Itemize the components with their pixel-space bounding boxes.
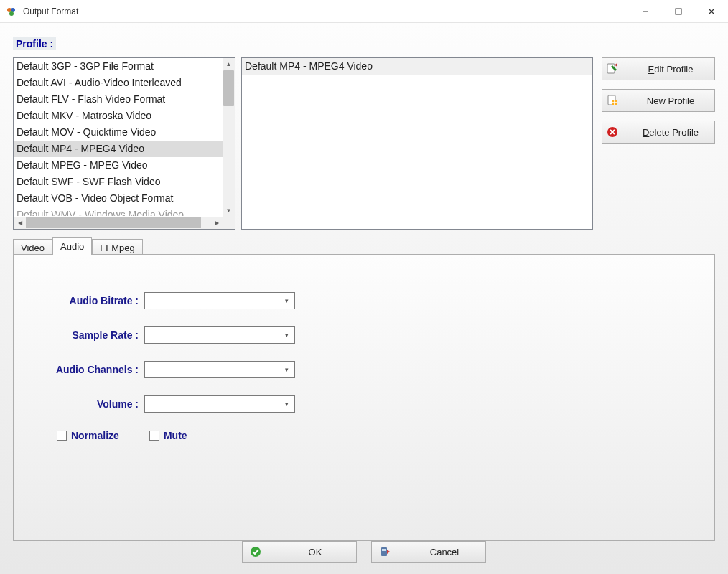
svg-rect-14	[382, 549, 386, 550]
cancel-button[interactable]: Cancel	[371, 541, 486, 563]
scroll-thumb[interactable]	[223, 70, 234, 106]
normalize-checkbox[interactable]	[57, 430, 67, 441]
edit-profile-label: Edit Profile	[631, 64, 710, 75]
svg-point-2	[9, 11, 14, 16]
ok-button[interactable]: OK	[242, 541, 357, 563]
list-item[interactable]: Default MP4 - MPEG4 Video	[14, 141, 223, 157]
window-controls	[629, 0, 728, 22]
normalize-label: Normalize	[71, 430, 119, 441]
chevron-down-icon: ▾	[280, 397, 293, 410]
audio-channels-label: Audio Channels :	[41, 364, 141, 375]
tab-audio[interactable]: Audio	[52, 237, 92, 255]
profile-detail-listbox[interactable]: Default MP4 - MPEG4 Video	[241, 57, 593, 230]
list-item[interactable]: Default VOB - Video Object Format	[14, 190, 223, 207]
client-area: Profile : Default 3GP - 3GP File Format …	[0, 23, 728, 574]
chevron-down-icon: ▾	[280, 363, 293, 376]
minimize-button[interactable]	[629, 0, 662, 22]
list-item[interactable]: Default FLV - Flash Video Format	[14, 91, 223, 108]
sample-rate-label: Sample Rate :	[41, 329, 141, 341]
mute-checkbox[interactable]	[149, 430, 159, 441]
svg-rect-15	[382, 550, 386, 551]
scroll-thumb[interactable]	[26, 217, 201, 228]
tab-bar: Video Audio FFMpeg	[13, 237, 143, 255]
mute-label: Mute	[164, 430, 187, 441]
delete-profile-button[interactable]: Delete Profile	[602, 121, 715, 144]
cancel-icon	[379, 546, 391, 557]
profile-listbox[interactable]: Default 3GP - 3GP File Format Default AV…	[13, 57, 235, 230]
edit-profile-button[interactable]: Edit Profile	[602, 57, 715, 80]
tab-video[interactable]: Video	[13, 239, 52, 255]
tab-ffmpeg[interactable]: FFMpeg	[92, 239, 142, 255]
new-profile-label: New Profile	[631, 95, 710, 106]
profile-actions: Edit Profile New Profile Delete Profile	[602, 57, 715, 152]
list-item[interactable]: Default 3GP - 3GP File Format	[14, 58, 223, 75]
titlebar: Output Format	[0, 0, 728, 23]
list-item[interactable]: Default MP4 - MPEG4 Video	[242, 58, 592, 75]
dialog-buttons: OK Cancel	[0, 541, 728, 565]
scroll-left-icon[interactable]: ◀	[14, 217, 26, 229]
list-item[interactable]: Default MPEG - MPEG Video	[14, 157, 223, 174]
profile-label: Profile :	[13, 37, 56, 50]
scroll-right-icon[interactable]: ▶	[210, 217, 223, 229]
scroll-down-icon[interactable]: ▼	[223, 204, 235, 217]
scroll-corner	[223, 217, 235, 229]
chevron-down-icon: ▾	[280, 294, 293, 307]
delete-profile-label: Delete Profile	[631, 127, 710, 138]
app-icon	[6, 6, 17, 17]
svg-rect-13	[381, 547, 387, 556]
audio-channels-combobox[interactable]: ▾	[144, 361, 295, 378]
audio-bitrate-label: Audio Bitrate :	[41, 295, 141, 306]
svg-point-12	[251, 547, 261, 557]
volume-combobox[interactable]: ▾	[144, 395, 295, 413]
scroll-up-icon[interactable]: ▲	[223, 58, 235, 70]
delete-icon	[607, 126, 618, 138]
list-item[interactable]: Default AVI - Audio-Video Interleaved	[14, 75, 223, 91]
audio-tab-panel: Audio Bitrate : ▾ Sample Rate : ▾ Audio …	[13, 254, 715, 541]
list-item[interactable]: Default SWF - SWF Flash Video	[14, 174, 223, 190]
ok-label: OK	[281, 547, 349, 557]
edit-icon	[607, 63, 618, 75]
cancel-label: Cancel	[411, 547, 478, 557]
close-button[interactable]	[695, 0, 728, 22]
maximize-button[interactable]	[662, 0, 695, 22]
new-profile-button[interactable]: New Profile	[602, 89, 715, 112]
svg-rect-8	[615, 63, 617, 66]
chevron-down-icon: ▾	[280, 329, 293, 342]
horizontal-scrollbar[interactable]: ◀ ▶	[14, 217, 223, 229]
audio-bitrate-combobox[interactable]: ▾	[144, 292, 295, 309]
list-item[interactable]: Default MOV - Quicktime Video	[14, 124, 223, 141]
svg-rect-4	[676, 9, 681, 14]
volume-label: Volume :	[41, 398, 141, 410]
window-title: Output Format	[23, 6, 629, 17]
list-item[interactable]: Default WMV - Windows Media Video	[14, 207, 223, 216]
new-icon	[607, 95, 618, 106]
sample-rate-combobox[interactable]: ▾	[144, 326, 295, 344]
list-item[interactable]: Default MKV - Matroska Video	[14, 108, 223, 124]
vertical-scrollbar[interactable]: ▲ ▼	[223, 58, 235, 217]
ok-icon	[250, 546, 261, 557]
